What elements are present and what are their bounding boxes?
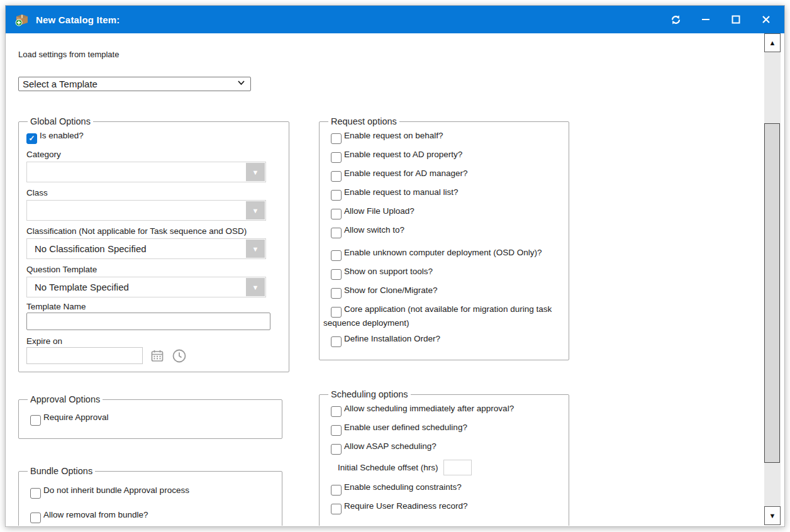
category-dropdown[interactable]: ▼: [26, 162, 266, 182]
require-user-readiness-checkbox[interactable]: ✓: [331, 504, 342, 514]
enable-user-defined-scheduling-label: Enable user defined scheduling?: [344, 423, 467, 432]
global-options-legend: Global Options: [28, 116, 93, 126]
enable-request-for-ad-manager-checkbox[interactable]: ✓: [331, 171, 342, 182]
question-template-dropdown[interactable]: No Template Specified ▼: [26, 277, 266, 297]
enable-request-on-behalf-label: Enable request on behalf?: [344, 131, 443, 140]
enable-request-to-ad-property-checkbox[interactable]: ✓: [331, 152, 342, 163]
scrollbar-thumb[interactable]: [764, 123, 780, 463]
define-installation-order-checkbox[interactable]: ✓: [331, 336, 342, 347]
template-name-label: Template Name: [26, 302, 281, 311]
close-icon: [762, 15, 771, 24]
calendar-icon: [150, 349, 164, 363]
dialog-content: Load settings from template Select a Tem…: [6, 33, 784, 526]
enable-request-to-manual-list-checkbox[interactable]: ✓: [331, 190, 342, 201]
no-inherit-bundle-approval-checkbox[interactable]: ✓: [30, 488, 41, 499]
allow-removal-from-bundle-label: Allow removal from bundle?: [43, 510, 148, 519]
right-column: Request options ✓Enable request on behal…: [319, 116, 569, 526]
allow-scheduling-immediately-checkbox[interactable]: ✓: [331, 406, 342, 417]
clock-icon: [172, 348, 187, 363]
is-enabled-checkbox[interactable]: ✓: [26, 133, 37, 144]
scroll-up-button[interactable]: ▲: [764, 33, 781, 52]
vertical-scrollbar[interactable]: ▲ ▼: [764, 33, 781, 525]
show-on-support-tools-checkbox[interactable]: ✓: [331, 269, 342, 280]
initial-schedule-offset-input[interactable]: [443, 460, 472, 475]
request-options-group: Request options ✓Enable request on behal…: [319, 116, 569, 360]
question-template-label: Question Template: [26, 265, 281, 274]
scrollbar-track[interactable]: [764, 52, 781, 506]
close-button[interactable]: [759, 13, 773, 26]
classification-label: Classification (Not applicable for Task …: [26, 226, 281, 236]
template-select[interactable]: Select a Template: [18, 77, 251, 91]
chevron-down-icon: [237, 79, 245, 89]
class-dropdown-button[interactable]: ▼: [246, 201, 265, 219]
core-application-checkbox[interactable]: ✓: [331, 307, 342, 318]
core-application-label: Core application (not available for migr…: [323, 304, 552, 328]
require-approval-label: Require Approval: [43, 413, 109, 422]
enable-request-to-ad-property-label: Enable request to AD property?: [344, 150, 462, 159]
scroll-up-icon: ▲: [769, 39, 776, 47]
refresh-button[interactable]: [669, 13, 682, 26]
dropdown-arrow-icon: ▼: [252, 284, 259, 291]
initial-schedule-offset-label: Initial Schedule offset (hrs): [338, 463, 438, 472]
enable-request-to-manual-list-label: Enable request to manual list?: [344, 187, 459, 197]
expire-on-input[interactable]: [26, 347, 143, 364]
load-template-label: Load settings from template: [18, 50, 759, 59]
expire-on-label: Expire on: [26, 336, 281, 346]
template-name-input[interactable]: [26, 313, 270, 330]
allow-file-upload-label: Allow File Upload?: [344, 206, 414, 216]
show-on-support-tools-label: Show on support tools?: [344, 267, 433, 276]
approval-options-group: Approval Options ✓Require Approval: [18, 394, 282, 439]
approval-options-legend: Approval Options: [28, 394, 103, 404]
window-title: New Catalog Item:: [36, 14, 120, 25]
define-installation-order-label: Define Installation Order?: [344, 334, 440, 343]
minimize-button[interactable]: [699, 13, 713, 26]
refresh-icon: [670, 14, 681, 25]
allow-asap-scheduling-label: Allow ASAP scheduling?: [344, 441, 437, 451]
bundle-options-group: Bundle Options ✓Do not inherit bundle Ap…: [18, 466, 282, 526]
enable-scheduling-constraints-label: Enable scheduling constraints?: [344, 482, 462, 492]
scheduling-options-legend: Scheduling options: [328, 389, 411, 399]
class-label: Class: [26, 188, 281, 197]
show-for-clone-migrate-checkbox[interactable]: ✓: [331, 288, 342, 299]
scroll-down-icon: ▼: [769, 512, 776, 519]
minimize-icon: [701, 15, 710, 24]
scroll-down-button[interactable]: ▼: [764, 506, 781, 525]
no-inherit-bundle-approval-label: Do not inherit bundle Approval process: [43, 485, 189, 495]
allow-asap-scheduling-checkbox[interactable]: ✓: [331, 444, 342, 455]
question-template-dropdown-button[interactable]: ▼: [246, 278, 265, 296]
enable-unknown-computer-deployment-label: Enable unknown computer deployment (OSD …: [344, 248, 542, 257]
category-dropdown-button[interactable]: ▼: [246, 163, 265, 181]
time-picker-button[interactable]: [172, 348, 187, 363]
enable-unknown-computer-deployment-checkbox[interactable]: ✓: [331, 250, 342, 261]
classification-dropdown[interactable]: No Classification Specified ▼: [26, 238, 266, 259]
catalog-box-icon: [14, 13, 30, 26]
bundle-options-legend: Bundle Options: [28, 466, 95, 476]
calendar-picker-button[interactable]: [150, 349, 164, 363]
enable-request-for-ad-manager-label: Enable request for AD manager?: [344, 169, 468, 178]
show-for-clone-migrate-label: Show for Clone/Migrate?: [344, 285, 438, 295]
allow-switch-to-checkbox[interactable]: ✓: [331, 228, 342, 238]
question-template-dropdown-value: No Template Specified: [27, 282, 129, 292]
allow-removal-from-bundle-checkbox[interactable]: ✓: [30, 513, 41, 523]
titlebar: New Catalog Item:: [6, 6, 784, 33]
classification-dropdown-value: No Classification Specified: [27, 243, 147, 254]
require-approval-checkbox[interactable]: ✓: [30, 415, 41, 426]
is-enabled-label: Is enabled?: [40, 131, 84, 140]
allow-scheduling-immediately-label: Allow scheduling immediately after appro…: [344, 404, 514, 413]
require-user-readiness-label: Require User Readiness record?: [344, 501, 468, 511]
allow-switch-to-label: Allow switch to?: [344, 225, 404, 235]
dialog-window: New Catalog Item:: [5, 5, 785, 527]
global-options-group: Global Options ✓Is enabled? Category ▼ C…: [18, 116, 289, 372]
left-column: Global Options ✓Is enabled? Category ▼ C…: [18, 116, 289, 526]
dropdown-arrow-icon: ▼: [252, 207, 259, 214]
maximize-icon: [732, 15, 740, 24]
template-select-value: Select a Template: [19, 79, 97, 89]
enable-scheduling-constraints-checkbox[interactable]: ✓: [331, 485, 342, 496]
enable-user-defined-scheduling-checkbox[interactable]: ✓: [331, 425, 342, 436]
allow-file-upload-checkbox[interactable]: ✓: [331, 209, 342, 219]
classification-dropdown-button[interactable]: ▼: [246, 240, 265, 258]
enable-request-on-behalf-checkbox[interactable]: ✓: [331, 133, 342, 144]
maximize-button[interactable]: [729, 13, 743, 26]
dropdown-arrow-icon: ▼: [252, 169, 259, 176]
class-dropdown[interactable]: ▼: [26, 200, 266, 221]
